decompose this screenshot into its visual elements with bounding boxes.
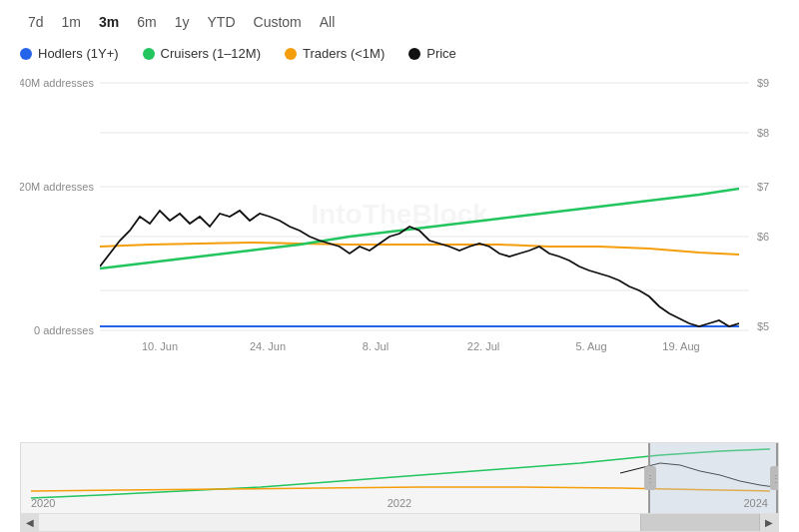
legend-label-cruisers: Cruisers (1–12M) [161,46,261,61]
legend-item-cruisers: Cruisers (1–12M) [143,46,261,61]
nav-year-2022: 2022 [388,497,411,509]
navigator-handle-right[interactable] [770,466,779,490]
y-label-0: 0 addresses [34,324,94,336]
scrollbar[interactable]: ◀ ▶ [20,514,779,532]
scroll-track[interactable] [39,514,760,531]
legend-label-hodlers: Hodlers (1Y+) [38,46,119,61]
time-btn-6m[interactable]: 6m [129,10,164,34]
time-button-group: 7d1m3m6m1yYTDCustomAll [0,10,799,42]
time-btn-1y[interactable]: 1y [167,10,198,34]
main-chart-area: IntoTheBlock 40M addresses 20M addresses… [0,69,799,442]
y-label-5: $5 [757,320,769,332]
navigator-handle-left[interactable] [644,466,656,490]
legend-label-price: Price [426,46,456,61]
legend-dot-traders [285,48,297,60]
x-label-4: 22. Jul [467,340,499,352]
y-label-6: $6 [757,231,769,243]
x-label-1: 10. Jun [142,340,178,352]
time-btn-custom[interactable]: Custom [246,10,310,34]
legend-dot-cruisers [143,48,155,60]
y-label-7: $7 [757,181,769,193]
legend-dot-hodlers [20,48,32,60]
scroll-left-arrow[interactable]: ◀ [21,514,39,532]
time-btn-7d[interactable]: 7d [20,10,52,34]
time-btn-1m[interactable]: 1m [54,10,89,34]
navigator[interactable]: 2020 2022 2024 [20,442,779,514]
time-btn-all[interactable]: All [312,10,344,34]
time-btn-ytd[interactable]: YTD [200,10,244,34]
legend-label-traders: Traders (<1M) [303,46,385,61]
y-label-40m: 40M addresses [20,77,94,89]
scroll-thumb[interactable] [640,514,760,531]
nav-year-2024: 2024 [744,497,768,509]
main-container: 7d1m3m6m1yYTDCustomAll Hodlers (1Y+)Crui… [0,0,799,532]
legend-item-hodlers: Hodlers (1Y+) [20,46,119,61]
navigator-years: 2020 2022 2024 [21,497,778,509]
y-label-8: $8 [757,127,769,139]
traders-line [100,243,739,255]
legend-item-price: Price [408,46,456,61]
y-label-9: $9 [757,77,769,89]
time-btn-3m[interactable]: 3m [91,10,127,34]
scroll-right-arrow[interactable]: ▶ [760,514,778,532]
x-label-5: 5. Aug [575,340,606,352]
nav-year-2020: 2020 [31,497,55,509]
chart-legend: Hodlers (1Y+)Cruisers (1–12M)Traders (<1… [0,42,799,69]
y-label-20m: 20M addresses [20,181,94,193]
x-label-6: 19. Aug [662,340,699,352]
watermark-text: IntoTheBlock [311,199,488,230]
legend-item-traders: Traders (<1M) [285,46,385,61]
x-label-2: 24. Jun [250,340,286,352]
legend-dot-price [408,48,420,60]
x-label-3: 8. Jul [363,340,389,352]
